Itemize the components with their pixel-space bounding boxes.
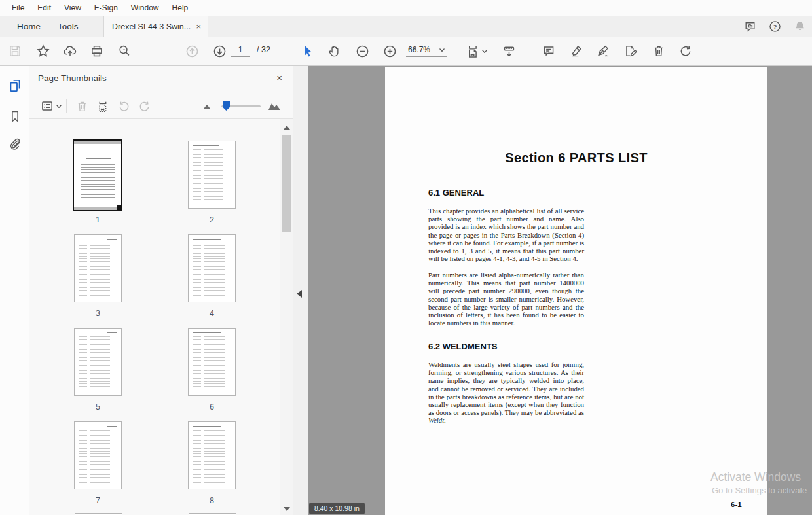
thumbnail-page-5[interactable]: 5 xyxy=(74,328,122,396)
page-size-tooltip: 8.40 x 10.98 in xyxy=(309,503,365,514)
tab-tools[interactable]: Tools xyxy=(47,16,89,37)
chevron-down-icon xyxy=(56,105,62,108)
panel-close-icon[interactable]: × xyxy=(276,72,282,83)
thumbnail-page-8[interactable]: 8 xyxy=(188,421,236,489)
toolbar-separator xyxy=(534,44,534,59)
share-cloud-icon[interactable] xyxy=(60,41,80,61)
tab-document-label: Drexel SL44 3 Swin... xyxy=(112,22,192,31)
comment-icon[interactable] xyxy=(539,41,559,61)
print-icon[interactable] xyxy=(87,41,107,61)
panel-title: Page Thumbnails xyxy=(38,73,107,83)
menu-edit[interactable]: Edit xyxy=(31,0,58,16)
thumbnail-label: 2 xyxy=(188,215,236,224)
panel-toolbar xyxy=(29,92,293,119)
thumbnail-label: 7 xyxy=(74,496,122,505)
svg-text:?: ? xyxy=(773,23,777,30)
attachments-icon[interactable] xyxy=(7,137,23,152)
thumbnail-size-slider[interactable] xyxy=(221,105,261,107)
panel-splitter[interactable] xyxy=(293,66,308,515)
notifications-bell-icon[interactable] xyxy=(787,16,812,37)
previous-page-icon xyxy=(182,41,202,61)
italic-term: Weldt. xyxy=(428,416,446,424)
main-area: Page Thumbnails × xyxy=(0,66,812,515)
scroll-mode-icon[interactable] xyxy=(499,41,519,61)
rotate-cw-icon xyxy=(135,97,153,115)
scroll-up-icon[interactable] xyxy=(284,126,290,130)
feedback-icon[interactable] xyxy=(737,16,762,37)
zoom-out-thumbnails-icon[interactable] xyxy=(198,97,217,115)
thumbnail-label: 6 xyxy=(188,402,236,412)
zoom-level-value: 66.7% xyxy=(408,45,430,54)
tab-close-icon[interactable]: × xyxy=(196,22,201,31)
navigation-icon-strip xyxy=(0,66,29,515)
thumbnail-list: 1 2 3 xyxy=(29,119,280,515)
resize-pages-icon[interactable] xyxy=(94,97,112,115)
fill-sign-icon[interactable] xyxy=(621,41,640,61)
slider-thumb[interactable] xyxy=(223,101,230,111)
document-title: Section 6 PARTS LIST xyxy=(385,151,767,166)
thumbnail-label: 4 xyxy=(188,309,236,318)
thumbnail-options-icon[interactable] xyxy=(37,97,64,115)
menu-help[interactable]: Help xyxy=(166,0,195,16)
tab-bar: Home Tools Drexel SL44 3 Swin... × ? xyxy=(0,16,812,37)
menu-file[interactable]: File xyxy=(5,0,31,16)
menu-bar: File Edit View E-Sign Window Help xyxy=(0,0,812,16)
highlight-icon[interactable] xyxy=(566,41,586,61)
thumbnail-page-1[interactable]: 1 xyxy=(73,139,122,211)
scroll-down-icon[interactable] xyxy=(284,507,290,511)
main-toolbar: / 32 66.7% xyxy=(0,37,812,66)
activate-windows-watermark: Activate Windows xyxy=(710,471,801,484)
menu-view[interactable]: View xyxy=(58,0,88,16)
page-fit-icon[interactable] xyxy=(463,41,489,61)
scrollbar-thumb[interactable] xyxy=(282,135,291,232)
next-page-icon[interactable] xyxy=(210,41,229,61)
tab-home[interactable]: Home xyxy=(7,16,51,37)
page-number-field[interactable] xyxy=(231,43,250,57)
thumbnail-label: 3 xyxy=(74,309,122,318)
activate-windows-watermark-line2: Go to Settings to activate xyxy=(712,486,807,495)
zoom-level-dropdown[interactable]: 66.7% xyxy=(406,43,447,57)
thumbnail-page-3[interactable]: 3 xyxy=(74,234,122,302)
chevron-down-icon xyxy=(482,50,487,53)
paragraph-1: This chapter provides an alphabetical li… xyxy=(428,207,584,262)
paragraph-2: Part numbers are listed alpha-numericall… xyxy=(428,271,584,327)
select-tool-icon[interactable] xyxy=(298,41,318,61)
paragraph-3: Weldments are usually steel shapes used … xyxy=(428,361,584,425)
help-icon[interactable]: ? xyxy=(762,16,787,37)
section-heading-62: 6.2 WELDMENTS xyxy=(428,342,497,351)
thumbnail-label: 8 xyxy=(188,496,236,505)
panel-delete-icon xyxy=(73,97,91,115)
thumbnail-page-4[interactable]: 4 xyxy=(188,234,236,302)
pdf-page: Section 6 PARTS LIST 6.1 GENERAL This ch… xyxy=(385,67,767,515)
toolbar-separator xyxy=(293,44,293,59)
page-number-input[interactable] xyxy=(231,44,250,57)
zoom-out-icon[interactable] xyxy=(352,41,372,61)
thumbnails-scrollbar[interactable] xyxy=(280,119,293,515)
save-icon xyxy=(5,41,25,61)
zoom-in-icon[interactable] xyxy=(380,41,399,61)
sign-pen-icon[interactable] xyxy=(593,41,613,61)
page-thumbnails-panel: Page Thumbnails × xyxy=(29,66,293,515)
collapse-panel-icon[interactable] xyxy=(297,290,302,298)
search-icon[interactable] xyxy=(115,41,134,61)
rotate-icon[interactable] xyxy=(676,41,695,61)
tab-document[interactable]: Drexel SL44 3 Swin... × xyxy=(103,16,208,37)
thumbnail-page-2[interactable]: 2 xyxy=(188,141,236,209)
hand-tool-icon[interactable] xyxy=(325,41,344,61)
bookmarks-icon[interactable] xyxy=(7,109,23,124)
page-thumbnails-icon[interactable] xyxy=(7,78,23,94)
thumbnail-label: 1 xyxy=(74,215,122,224)
thumbnail-page-7[interactable]: 7 xyxy=(74,421,122,489)
page-total-label: / 32 xyxy=(257,45,270,54)
document-view[interactable]: Section 6 PARTS LIST 6.1 GENERAL This ch… xyxy=(308,66,812,515)
menu-window[interactable]: Window xyxy=(124,0,166,16)
panel-header: Page Thumbnails × xyxy=(29,66,293,92)
menu-esign[interactable]: E-Sign xyxy=(88,0,124,16)
star-icon[interactable] xyxy=(33,41,53,61)
rotate-ccw-icon xyxy=(115,97,133,115)
page-number-label: 6-1 xyxy=(731,501,742,508)
delete-icon[interactable] xyxy=(649,41,669,61)
thumbnail-label: 5 xyxy=(74,402,122,412)
thumbnail-page-6[interactable]: 6 xyxy=(188,328,236,396)
zoom-in-thumbnails-icon[interactable] xyxy=(265,97,284,115)
